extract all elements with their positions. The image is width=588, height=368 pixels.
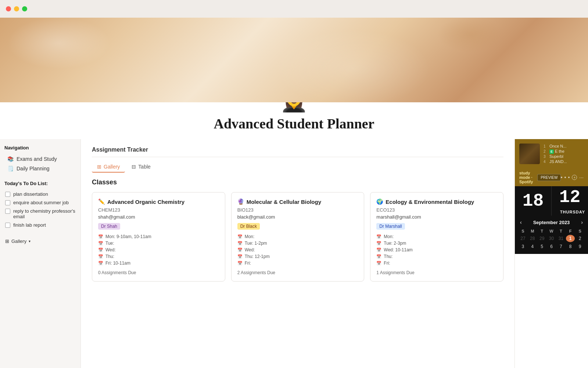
cal-day-7[interactable]: 7 bbox=[556, 243, 565, 250]
table-tab-icon: ⊟ bbox=[132, 164, 136, 170]
cal-header-s1: S bbox=[519, 228, 527, 234]
class-icon-0: ✏️ bbox=[98, 198, 105, 205]
table-tab-label: Table bbox=[138, 164, 150, 170]
page-title: Advanced Student Planner bbox=[0, 116, 588, 132]
calendar-title: September 2023 bbox=[533, 220, 570, 225]
todo-item-1[interactable]: enquire about summer job bbox=[4, 198, 76, 207]
class-icon-1: 🔮 bbox=[237, 198, 244, 205]
todo-label-3: finish lab report bbox=[13, 222, 46, 228]
assignments-due-0: 0 Assignments Due bbox=[98, 270, 219, 275]
todo-item-2[interactable]: reply to chemistry professor's email bbox=[4, 207, 76, 221]
tab-table[interactable]: ⊟ Table bbox=[126, 162, 155, 173]
classes-title: Classes bbox=[92, 178, 503, 186]
class-code-0: CHEM123 bbox=[98, 207, 219, 213]
sidebar-item-label-exams: Exams and Study bbox=[17, 156, 57, 162]
clock-widget: 18 12 THURSDAY bbox=[515, 186, 588, 216]
main-content: Assignment Tracker ⊞ Gallery ⊟ Table Cla… bbox=[81, 139, 514, 368]
class-title-1: 🔮 Molecular & Cellular Biology bbox=[237, 198, 358, 205]
ctrl-dot-3 bbox=[568, 177, 570, 178]
cal-header-f: F bbox=[566, 228, 575, 234]
sidebar-gallery[interactable]: ⊞ Gallery ▾ bbox=[4, 237, 76, 246]
track-0: 1 Once N... bbox=[544, 144, 584, 149]
cal-day-4[interactable]: 4 bbox=[528, 243, 537, 250]
calendar-next-button[interactable]: › bbox=[580, 219, 584, 225]
professor-badge-1: Dr Black bbox=[237, 223, 260, 230]
todo-checkbox-2[interactable] bbox=[5, 209, 10, 214]
todo-checkbox-3[interactable] bbox=[5, 223, 10, 228]
spotify-widget: 1 Once N... 2 E E the 3 Superbl 4 JS AND bbox=[515, 139, 588, 169]
cal-day-8[interactable]: 8 bbox=[566, 243, 575, 250]
ctrl-plus-button[interactable]: + bbox=[572, 175, 577, 180]
spotify-thumbnail bbox=[519, 144, 540, 164]
gallery-icon: ⊞ bbox=[5, 238, 9, 244]
class-card-2[interactable]: 🌍 Ecology & Environmental Biology ECO123… bbox=[370, 192, 503, 282]
hero-banner bbox=[0, 18, 588, 102]
cal-day-29[interactable]: 29 bbox=[538, 235, 546, 242]
sidebar-item-label-planning: Daily Planning bbox=[17, 166, 50, 171]
spotify-thumb-image bbox=[519, 144, 540, 164]
ctrl-more-button[interactable]: ··· bbox=[579, 174, 584, 180]
sidebar-item-planning[interactable]: 🗒️ Daily Planning bbox=[4, 164, 76, 173]
cal-day-9[interactable]: 9 bbox=[576, 243, 584, 250]
track-1: 2 E E the bbox=[544, 149, 584, 154]
track-3: 4 JS AND... bbox=[544, 159, 584, 164]
todo-title: Today's To Do List: bbox=[4, 181, 76, 186]
maximize-button[interactable] bbox=[22, 6, 27, 11]
todo-label-0: plan dissertation bbox=[13, 191, 48, 197]
class-code-2: ECO123 bbox=[376, 207, 497, 213]
todo-checkbox-1[interactable] bbox=[5, 200, 10, 205]
professor-badge-2: Dr Marshall bbox=[376, 223, 405, 230]
tracker-title: Assignment Tracker bbox=[92, 146, 503, 153]
clock-right: 12 THURSDAY bbox=[552, 186, 588, 216]
schedule-2: 📅Mon: 📅Tue: 2-3pm 📅Wed: 10-11am 📅Thu: 📅F… bbox=[376, 233, 497, 266]
cal-day-6[interactable]: 6 bbox=[547, 243, 556, 250]
cal-day-27[interactable]: 27 bbox=[519, 235, 527, 242]
todo-item-3[interactable]: finish lab report bbox=[4, 221, 76, 229]
assignments-due-2: 1 Assignments Due bbox=[376, 270, 497, 275]
sidebar-item-exams[interactable]: 📚 Exams and Study bbox=[4, 154, 76, 164]
class-icon-2: 🌍 bbox=[376, 198, 383, 205]
class-card-0[interactable]: ✏️ Advanced Organic Chemistry CHEM123 sh… bbox=[92, 192, 225, 282]
clock-day: THURSDAY bbox=[552, 208, 588, 216]
todo-checkbox-0[interactable] bbox=[5, 192, 10, 197]
cal-header-t1: T bbox=[538, 228, 546, 234]
nav-title: Navigation bbox=[4, 145, 76, 151]
spotify-tracks: 1 Once N... 2 E E the 3 Superbl 4 JS AND bbox=[544, 144, 584, 164]
minimize-button[interactable] bbox=[14, 6, 19, 11]
todo-section: Today's To Do List: plan dissertation en… bbox=[4, 181, 76, 229]
clock-hour: 18 bbox=[515, 186, 552, 216]
tracker-header: Assignment Tracker bbox=[92, 139, 503, 157]
right-panel: 1 Once N... 2 E E the 3 Superbl 4 JS AND bbox=[514, 139, 588, 368]
assignments-due-1: 2 Assignments Due bbox=[237, 270, 358, 275]
view-tabs: ⊞ Gallery ⊟ Table bbox=[92, 162, 503, 173]
cal-day-28[interactable]: 28 bbox=[528, 235, 537, 242]
calendar-header: ‹ September 2023 › bbox=[519, 219, 584, 225]
calendar-widget: ‹ September 2023 › S M T W T F S 27 28 2… bbox=[515, 216, 588, 254]
todo-item-0[interactable]: plan dissertation bbox=[4, 190, 76, 198]
tab-gallery[interactable]: ⊞ Gallery bbox=[92, 162, 125, 173]
gallery-tab-label: Gallery bbox=[104, 164, 120, 170]
gallery-label: Gallery bbox=[11, 238, 26, 244]
exams-icon: 📚 bbox=[7, 156, 14, 162]
spotify-preview-button[interactable]: PREVIEW bbox=[537, 174, 561, 181]
spotify-footer: study mode · Spotify PREVIEW + ··· bbox=[515, 169, 588, 186]
cal-day-2[interactable]: 2 bbox=[576, 235, 584, 242]
cal-header-t2: T bbox=[556, 228, 565, 234]
todo-label-1: enquire about summer job bbox=[13, 200, 69, 205]
class-card-1[interactable]: 🔮 Molecular & Cellular Biology BIO123 bl… bbox=[231, 192, 365, 282]
spotify-controls: + ··· bbox=[561, 174, 584, 180]
main-layout: Navigation 📚 Exams and Study 🗒️ Daily Pl… bbox=[0, 139, 588, 368]
calendar-prev-button[interactable]: ‹ bbox=[519, 219, 523, 225]
cal-day-5[interactable]: 5 bbox=[538, 243, 546, 250]
track-2: 3 Superbl bbox=[544, 154, 584, 159]
schedule-1: 📅Mon: 📅Tue: 1-2pm 📅Wed: 📅Thu: 12-1pm 📅Fr… bbox=[237, 233, 358, 266]
close-button[interactable] bbox=[6, 6, 11, 11]
class-email-0: shah@gmail.com bbox=[98, 214, 219, 220]
class-title-0: ✏️ Advanced Organic Chemistry bbox=[98, 198, 219, 205]
titlebar bbox=[0, 0, 588, 18]
cal-day-1[interactable]: 1 bbox=[566, 235, 575, 242]
cal-day-31[interactable]: 31 bbox=[556, 235, 565, 242]
cal-day-30[interactable]: 30 bbox=[547, 235, 556, 242]
cal-day-3[interactable]: 3 bbox=[519, 243, 527, 250]
class-email-1: black@gmail.com bbox=[237, 214, 358, 220]
